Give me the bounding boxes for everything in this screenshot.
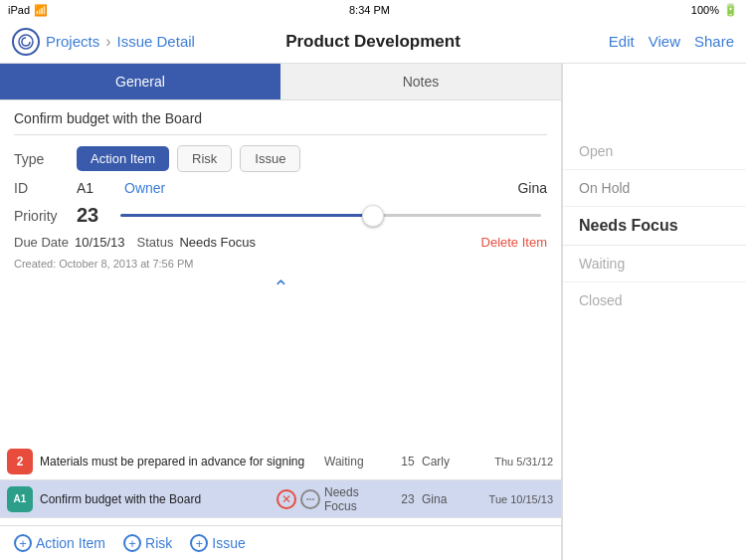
priority-label: Priority [14, 208, 69, 224]
status-dropdown-panel: Open On Hold Needs Focus Waiting Closed [562, 64, 746, 560]
add-action-item-button[interactable]: + Action Item [14, 534, 105, 552]
projects-link[interactable]: Projects [46, 33, 99, 50]
tab-notes[interactable]: Notes [280, 64, 561, 99]
due-status-row: Due Date 10/15/13 Status Needs Focus Del… [14, 235, 547, 250]
row-1-priority: 15 [394, 455, 422, 468]
priority-slider[interactable] [120, 214, 541, 217]
tab-bar: General Notes [0, 64, 561, 100]
row-2-status: Needs Focus [324, 485, 394, 513]
priority-value: 23 [77, 204, 106, 227]
type-issue-button[interactable]: Issue [240, 145, 300, 172]
nav-bar: Projects › Issue Detail Product Developm… [0, 20, 746, 64]
add-action-item-label: Action Item [36, 535, 105, 551]
add-risk-button[interactable]: + Risk [123, 534, 172, 552]
delete-icon[interactable]: ✕ [277, 489, 296, 509]
chevron-up-icon[interactable]: ⌃ [273, 276, 289, 299]
page-title: Product Development [285, 32, 461, 52]
created-text: Created: October 8, 2013 at 7:56 PM [14, 258, 547, 270]
add-action-item-icon: + [14, 534, 32, 552]
bottom-toolbar: + Action Item + Risk + Issue [0, 525, 561, 560]
list-row-2[interactable]: A1 Confirm budget with the Board ✕ ••• N… [0, 480, 561, 518]
dropdown-item-open[interactable]: Open [563, 133, 746, 170]
left-panel: General Notes Confirm budget with the Bo… [0, 64, 562, 560]
type-label: Type [14, 151, 69, 167]
dropdown-item-closed[interactable]: Closed [563, 282, 746, 318]
status-label: Status [137, 235, 174, 250]
add-issue-icon: + [190, 534, 208, 552]
tab-general[interactable]: General [0, 64, 280, 99]
due-date-label: Due Date [14, 235, 69, 250]
due-date-value: 10/15/13 [75, 235, 125, 250]
id-label: ID [14, 180, 69, 196]
edit-button[interactable]: Edit [609, 33, 635, 50]
row-2-actions: ✕ ••• [277, 489, 320, 509]
owner-value: Gina [517, 180, 547, 196]
list-row-1[interactable]: 2 Materials must be prepared in advance … [0, 443, 561, 480]
wifi-icon: 📶 [34, 4, 48, 17]
priority-row: Priority 23 [14, 204, 547, 227]
view-button[interactable]: View [649, 33, 680, 50]
logo-icon [18, 34, 34, 50]
issue-detail-link[interactable]: Issue Detail [117, 33, 195, 50]
badge-a1: A1 [7, 486, 33, 512]
type-action-item-button[interactable]: Action Item [77, 146, 169, 171]
dropdown-item-onhold[interactable]: On Hold [563, 170, 746, 207]
add-risk-icon: + [123, 534, 141, 552]
owner-label: Owner [124, 180, 165, 196]
row-2-date: Tue 10/15/13 [481, 493, 561, 505]
list-container: 2 Materials must be prepared in advance … [0, 443, 561, 518]
id-owner-row: ID A1 Owner Gina [14, 180, 547, 196]
battery-icon: 🔋 [723, 3, 738, 17]
dropdown-item-needsfocus[interactable]: Needs Focus [563, 207, 746, 246]
delete-item-button[interactable]: Delete Item [481, 235, 547, 250]
add-risk-label: Risk [145, 535, 172, 551]
form-area: Confirm budget with the Board Type Actio… [0, 100, 561, 309]
time-display: 8:34 PM [349, 4, 390, 16]
row-2-owner: Gina [422, 492, 481, 506]
dropdown-item-waiting[interactable]: Waiting [563, 246, 746, 282]
slider-thumb[interactable] [362, 205, 384, 227]
row-1-text: Materials must be prepared in advance fo… [40, 455, 324, 468]
ipad-label: iPad [8, 4, 30, 16]
battery-label: 100% [691, 4, 719, 16]
row-1-owner: Carly [422, 455, 481, 468]
svg-point-0 [19, 35, 33, 49]
row-2-priority: 23 [394, 492, 422, 506]
form-title: Confirm budget with the Board [14, 110, 547, 135]
more-icon[interactable]: ••• [300, 489, 320, 509]
breadcrumb-separator: › [105, 33, 110, 51]
row-1-status: Waiting [324, 455, 394, 468]
chevron-area: ⌃ [14, 276, 547, 299]
row-2-text: Confirm budget with the Board [40, 492, 277, 506]
status-bar: iPad 📶 8:34 PM 100% 🔋 [0, 0, 746, 20]
type-risk-button[interactable]: Risk [177, 145, 232, 172]
add-issue-label: Issue [212, 535, 245, 551]
badge-2: 2 [7, 449, 33, 474]
id-value: A1 [77, 180, 116, 196]
row-1-date: Thu 5/31/12 [481, 456, 561, 467]
status-value: Needs Focus [179, 235, 256, 250]
add-issue-button[interactable]: + Issue [190, 534, 245, 552]
type-row: Type Action Item Risk Issue [14, 145, 547, 172]
share-button[interactable]: Share [694, 33, 734, 50]
app-logo [12, 28, 40, 56]
